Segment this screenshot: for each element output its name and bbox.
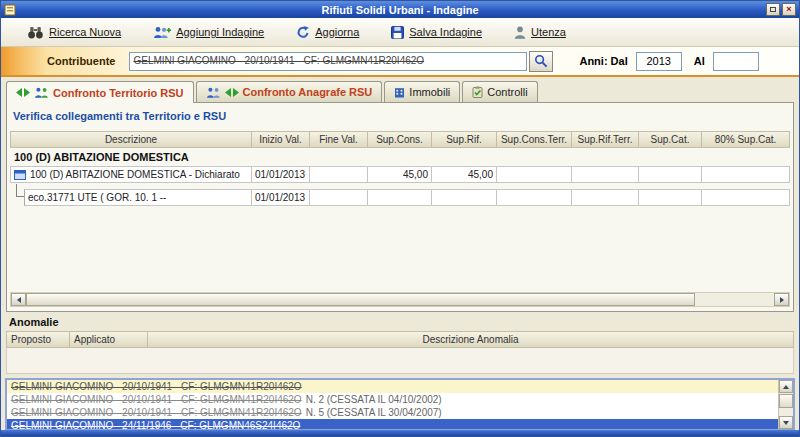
scroll-down-button[interactable] [779,416,793,429]
list-item[interactable]: GELMINI GIACOMINO - 20/10/1941 - CF: GLM… [7,380,778,393]
up-arrow-icon [783,385,789,389]
column-header-sup-cons-terr[interactable]: Sup.Cons.Terr. [497,131,572,148]
horizontal-scrollbar[interactable] [10,292,790,307]
anni-al-input[interactable] [713,52,759,71]
tab-strip: Confronto Territorio RSU Confronto Anagr… [6,81,538,103]
title-bar: Rifiuti Solidi Urbani - Indagine × [1,1,799,18]
tab-controlli[interactable]: Controlli [462,81,537,102]
tab-immobili[interactable]: Immobili [384,81,460,102]
cell-sup-cons [368,189,432,206]
contribuente-value: GELMINI GIACOMINO - 20/10/1941 - CF: GLM… [133,55,424,66]
tab-label: Confronto Anagrafe RSU [243,86,373,98]
contribuenti-rows: GELMINI GIACOMINO - 20/10/1941 - CF: GLM… [7,380,778,429]
scroll-up-button[interactable] [779,380,793,393]
cell-sup-rif-terr [572,189,639,206]
tab-confronto-anagrafe-rsu[interactable]: Confronto Anagrafe RSU [196,81,383,102]
column-header-sup-cons[interactable]: Sup.Cons. [368,131,432,148]
checklist-icon [472,86,483,98]
column-header-applicato[interactable]: Applicato [70,331,148,348]
horizontal-scroll-thumb[interactable] [26,293,695,306]
scroll-left-button[interactable] [11,293,26,306]
down-arrow-icon [783,421,789,425]
window-controls: × [766,3,796,16]
cell-sup-cat [639,189,702,206]
column-header-sup-rif[interactable]: Sup.Rif. [432,131,497,148]
confronto-territorio-panel: Verifica collegamenti tra Territorio e R… [6,102,794,312]
column-header-sup-rif-terr[interactable]: Sup.Rif.Terr. [572,131,639,148]
ricerca-nuova-button[interactable]: Ricerca Nuova [27,26,121,39]
salva-indagine-button[interactable]: Salva Indagine [391,26,482,39]
grid-header: Descrizione Inizio Val. Fine Val. Sup.Co… [10,131,790,148]
aggiorna-button[interactable]: Aggiorna [296,26,359,39]
cell-sup-cons-terr [497,166,572,183]
redacted-text: GELMINI GIACOMINO - 20/10/1941 - CF: GLM… [11,381,302,392]
salva-indagine-label: Salva Indagine [409,26,482,38]
tab-label: Confronto Territorio RSU [53,87,184,99]
app-window: Rifiuti Solidi Urbani - Indagine × Ricer… [0,0,800,437]
list-item[interactable]: GELMINI GIACOMINO - 20/10/1941 - CF: GLM… [7,393,778,406]
right-arrow-icon [780,297,784,303]
group-row: 100 (D) ABITAZIONE DOMESTICA [10,148,790,166]
tree-connector [16,184,24,197]
record-icon [14,170,26,180]
cell-sup-rif-terr [572,166,639,183]
anomalie-header: Proposto Applicato Descrizione Anomalia [6,331,794,348]
anomalie-grid: Proposto Applicato Descrizione Anomalia [6,331,794,374]
column-header-proposto[interactable]: Proposto [6,331,70,348]
window-bottom-frame [1,430,799,436]
cell-80-sup-cat [702,166,790,183]
ricerca-nuova-label: Ricerca Nuova [49,26,121,38]
contribuente-bar: Contribuente GELMINI GIACOMINO - 20/10/1… [1,47,799,77]
sync-arrows-icon [225,88,239,97]
user-icon [514,26,526,39]
people-pair-icon [206,87,221,98]
restore-button[interactable] [766,3,780,16]
table-subrow[interactable]: eco.31771 UTE ( GOR. 10. 1 -- 01/01/2013 [10,189,790,206]
redacted-text: GELMINI GIACOMINO - 20/10/1941 - CF: GLM… [11,407,302,418]
cell-sup-rif: 45,00 [432,166,497,183]
cell-inizio-val: 01/01/2013 [252,189,310,206]
building-icon [394,87,405,98]
toolbar: Ricerca Nuova Aggiungi Indagine Aggiorna [1,18,799,47]
row-suffix: N. 2 (CESSATA IL 04/10/2002) [306,394,442,405]
contribuente-search-button[interactable] [529,51,553,72]
window-icon [4,4,16,16]
column-header-sup-cat[interactable]: Sup.Cat. [639,131,702,148]
left-arrow-icon [17,297,21,303]
people-pair-icon [34,87,49,98]
cell-fine-val [310,189,368,206]
list-item[interactable]: GELMINI GIACOMINO - 20/10/1941 - CF: GLM… [7,406,778,419]
add-people-icon [153,26,171,39]
window-title: Rifiuti Solidi Urbani - Indagine [1,4,799,16]
anni-dal-input[interactable]: 2013 [636,52,682,71]
scroll-track[interactable] [695,293,774,306]
contribuente-input[interactable]: GELMINI GIACOMINO - 20/10/1941 - CF: GLM… [129,52,527,71]
contribuente-label: Contribuente [47,55,115,67]
scroll-right-button[interactable] [774,293,789,306]
close-button[interactable]: × [782,3,796,16]
tab-confronto-territorio-rsu[interactable]: Confronto Territorio RSU [6,81,194,103]
restore-icon [770,7,776,12]
cell-80-sup-cat [702,189,790,206]
tab-label: Immobili [409,86,450,98]
anni-dal-label: Anni: Dal [579,55,627,67]
redacted-text: GELMINI GIACOMINO - 20/10/1941 - CF: GLM… [11,394,302,405]
table-row[interactable]: 100 (D) ABITAZIONE DOMESTICA - Dichiarat… [10,166,790,183]
vertical-scroll-thumb[interactable] [779,394,793,408]
column-header-descrizione-anomalia[interactable]: Descrizione Anomalia [148,331,794,348]
redacted-text: GELMINI GIACOMINO - 24/11/1946 - CF: GLM… [11,420,300,429]
section-title: Verifica collegamenti tra Territorio e R… [13,110,226,122]
cell-descrizione: eco.31771 UTE ( GOR. 10. 1 -- [24,189,252,206]
vertical-scrollbar[interactable] [778,380,793,429]
column-header-fine-val[interactable]: Fine Val. [310,131,368,148]
list-item[interactable]: GELMINI GIACOMINO - 24/11/1946 - CF: GLM… [7,419,778,429]
utenza-label: Utenza [531,26,566,38]
cell-sup-cons: 45,00 [368,166,432,183]
aggiungi-indagine-button[interactable]: Aggiungi Indagine [153,26,264,39]
cell-sup-rif [432,189,497,206]
column-header-80-sup-cat[interactable]: 80% Sup.Cat. [702,131,790,148]
column-header-descrizione[interactable]: Descrizione [10,131,252,148]
column-header-inizio-val[interactable]: Inizio Val. [252,131,310,148]
refresh-icon [296,26,310,39]
utenza-button[interactable]: Utenza [514,26,566,39]
